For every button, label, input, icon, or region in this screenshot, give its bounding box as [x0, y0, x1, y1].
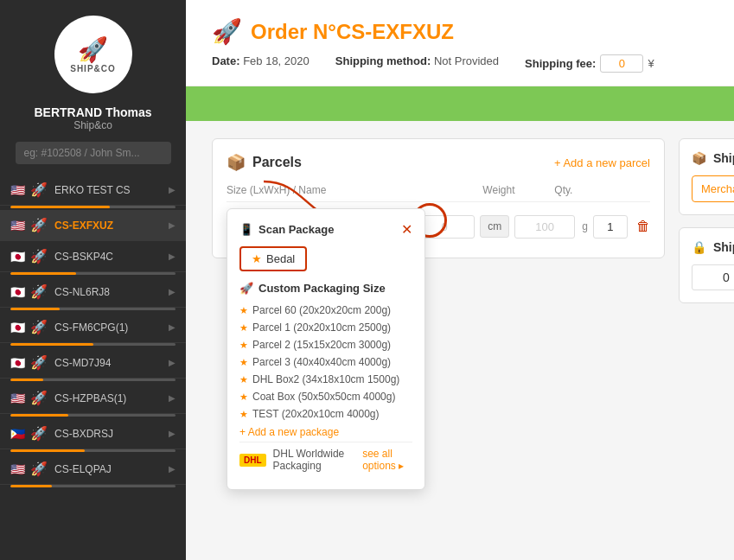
shipping-method-label: Shipping method:	[335, 54, 431, 67]
add-parcel-button[interactable]: + Add a new parcel	[554, 156, 650, 169]
package-item-label: TEST (20x20x10cm 4000g)	[252, 408, 380, 420]
currency-label: ¥	[648, 57, 654, 70]
order-number: CS-EXFXUZ	[336, 20, 454, 43]
shipment-type-title: Shipment type	[713, 151, 734, 165]
insurance-icon: 🔒	[692, 240, 706, 254]
shipping-fee-label: Shipping fee:	[525, 57, 596, 70]
chevron-right-icon: ▶	[169, 185, 176, 194]
rocket-icon: 🚀	[30, 319, 48, 335]
chevron-right-icon: ▶	[169, 358, 176, 367]
sidebar: 🚀 SHIP&CO BERTRAND Thomas Ship&co 🇺🇸 🚀 E…	[0, 0, 186, 560]
chevron-right-icon: ▶	[169, 393, 176, 403]
logo-rocket-icon: 🚀	[78, 35, 108, 64]
parcels-icon: 📦	[227, 153, 246, 172]
insurance-value-input[interactable]	[692, 264, 734, 290]
sidebar-item-cs-exfxuz[interactable]: 🇺🇸 🚀 CS-EXFXUZ ▶	[0, 210, 186, 241]
package-list: ★Parcel 60 (20x20x20cm 200g)★Parcel 1 (2…	[239, 302, 412, 423]
bedal-star-icon: ★	[252, 252, 262, 265]
popup-title-text: Scan Package	[258, 223, 334, 236]
see-all-options-button[interactable]: see all options ▸	[362, 448, 412, 472]
list-item[interactable]: ★Parcel 60 (20x20x20cm 200g)	[239, 302, 412, 319]
list-item[interactable]: ★Parcel 2 (15x15x20cm 3000g)	[239, 336, 412, 353]
package-item-label: DHL Box2 (34x18x10cm 1500g)	[252, 373, 399, 385]
parcels-title: Parcels	[252, 155, 302, 170]
sidebar-item-label: CS-NL6RJ8	[54, 286, 169, 298]
list-item[interactable]: ★DHL Box2 (34x18x10cm 1500g)	[239, 371, 412, 388]
col-qty-header: Qty.	[529, 184, 598, 196]
logo: 🚀 SHIP&CO	[54, 16, 132, 93]
right-column: 📦 Shipment type Merchandise Documents Gi…	[679, 138, 734, 303]
date-value: Feb 18, 2020	[243, 54, 310, 67]
sidebar-item-label: CS-ELQPAJ	[54, 463, 169, 475]
package-item-label: Parcel 1 (20x20x10cm 2500g)	[252, 321, 391, 334]
list-item[interactable]: ★Coat Box (50x50x50cm 4000g)	[239, 388, 412, 405]
shipment-type-select-wrapper: Merchandise Documents Gift Sample	[692, 175, 734, 202]
parcels-section: 📦 Parcels + Add a new parcel Size (LxWxH…	[212, 138, 665, 258]
sidebar-item-cs-bxdrsj[interactable]: 🇵🇭 🚀 CS-BXDRSJ ▶	[0, 418, 186, 449]
rocket-icon: 🚀	[30, 181, 48, 198]
sidebar-item-cs-nl6rj8[interactable]: 🇯🇵 🚀 CS-NL6RJ8 ▶	[0, 277, 186, 308]
parcel-qty-input[interactable]	[593, 215, 628, 239]
star-icon: ★	[239, 305, 248, 316]
popup-close-button[interactable]: ✕	[401, 221, 412, 238]
sidebar-item-label: CS-EXFXUZ	[54, 220, 169, 232]
col-weight-header: Weight	[469, 184, 529, 196]
shipment-insurance-section: 🔒 Shipment insurance JPY	[679, 227, 734, 303]
search-input[interactable]	[16, 142, 171, 164]
sidebar-item-label: CS-FM6CPG(1)	[54, 321, 169, 334]
star-icon: ★	[239, 409, 248, 420]
sidebar-item-label: CS-BXDRSJ	[54, 428, 169, 440]
chevron-right-icon: ▶	[169, 429, 176, 438]
shipping-fee-input[interactable]	[600, 54, 643, 73]
list-item[interactable]: ★TEST (20x20x10cm 4000g)	[239, 405, 412, 423]
order-header: 🚀 Order N°CS-EXFXUZ Date: Feb 18, 2020 S…	[186, 0, 734, 86]
sidebar-item-cs-elqpaj[interactable]: 🇺🇸 🚀 CS-ELQPAJ ▶	[0, 454, 186, 485]
chevron-right-icon: ▶	[169, 287, 176, 296]
order-prefix: Order N°	[251, 20, 336, 43]
star-icon: ★	[239, 322, 248, 334]
star-icon: ★	[239, 391, 248, 403]
sidebar-item-cs-bskp4c[interactable]: 🇯🇵 🚀 CS-BSKP4C ▶	[0, 241, 186, 272]
order-title: Order N°CS-EXFXUZ	[251, 20, 454, 44]
scan-icon: 📱	[239, 223, 253, 236]
parcel-unit-label: cm	[480, 215, 509, 238]
rocket-icon: 🚀	[30, 354, 48, 371]
star-icon: ★	[239, 357, 248, 368]
insurance-title: Shipment insurance	[713, 240, 734, 254]
bedal-label: Bedal	[266, 252, 295, 265]
order-meta: Date: Feb 18, 2020 Shipping method: Not …	[212, 54, 708, 73]
rocket-icon: 🚀	[30, 283, 48, 300]
content-area: 📦 Parcels + Add a new parcel Size (LxWxH…	[186, 121, 734, 321]
bedal-button[interactable]: ★ Bedal	[239, 246, 307, 271]
weight-unit-label: g	[582, 220, 588, 232]
custom-rocket-icon: 🚀	[239, 282, 253, 295]
sidebar-item-erko-test[interactable]: 🇺🇸 🚀 ERKO TEST CS ▶	[0, 175, 186, 206]
chevron-right-icon: ▶	[169, 220, 176, 230]
sidebar-item-cs-hzpbas1[interactable]: 🇺🇸 🚀 CS-HZPBAS(1) ▶	[0, 383, 186, 414]
sidebar-item-cs-md7j94[interactable]: 🇯🇵 🚀 CS-MD7J94 ▶	[0, 347, 186, 379]
flag-icon: 🇺🇸	[10, 183, 25, 197]
chevron-right-icon: ▶	[169, 464, 176, 474]
insurance-row: JPY	[692, 264, 734, 290]
sidebar-item-cs-fm6cpg1[interactable]: 🇯🇵 🚀 CS-FM6CPG(1) ▶	[0, 312, 186, 343]
green-status-bar	[186, 86, 734, 121]
list-item[interactable]: ★Parcel 1 (20x20x10cm 2500g)	[239, 319, 412, 336]
col-size-header: Size (LxWxH) / Name	[227, 184, 469, 196]
chevron-right-icon: ▶	[169, 322, 176, 332]
sidebar-item-label: CS-BSKP4C	[54, 251, 169, 263]
logo-text: SHIP&CO	[70, 64, 116, 73]
parcels-table-header: Size (LxWxH) / Name Weight Qty.	[227, 184, 650, 202]
user-name: BERTRAND Thomas	[34, 105, 151, 119]
list-item[interactable]: ★Parcel 3 (40x40x40cm 4000g)	[239, 353, 412, 371]
user-sub: Ship&co	[73, 119, 112, 131]
add-package-button[interactable]: + Add a new package	[239, 426, 412, 438]
scan-package-popup: 📱 Scan Package ✕ ★ Bedal 🚀 Custom Packag…	[227, 208, 425, 490]
shipment-type-select[interactable]: Merchandise Documents Gift Sample	[692, 175, 734, 202]
star-icon: ★	[239, 340, 248, 351]
flag-icon: 🇵🇭	[10, 427, 25, 441]
parcel-weight-input[interactable]	[514, 215, 575, 239]
package-item-label: Parcel 2 (15x15x20cm 3000g)	[252, 339, 391, 351]
flag-icon: 🇯🇵	[10, 321, 25, 334]
parcel-delete-button[interactable]: 🗑	[636, 219, 650, 234]
shipping-method: Shipping method: Not Provided	[335, 54, 499, 73]
